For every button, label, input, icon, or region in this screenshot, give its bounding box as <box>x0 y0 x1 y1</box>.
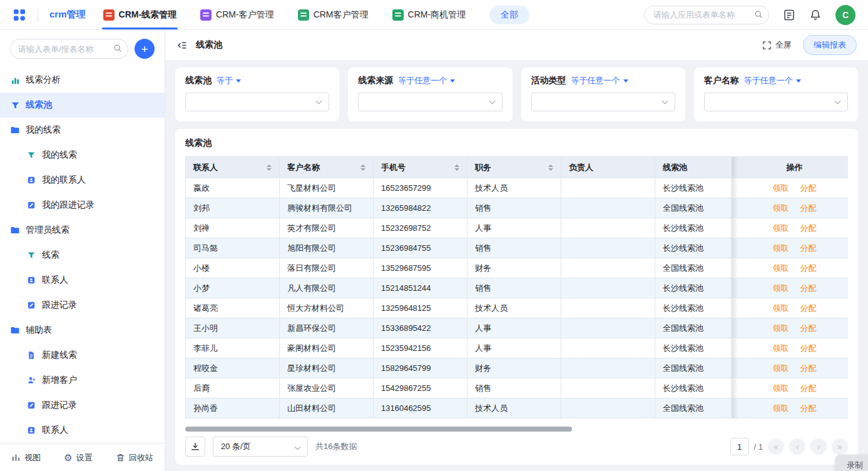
filter-operator[interactable]: 等于 <box>217 75 241 86</box>
recycle-bin-button[interactable]: 回收站 <box>116 452 153 463</box>
document-icon[interactable] <box>783 9 795 21</box>
filter-operator[interactable]: 等于任意一个 <box>744 75 801 86</box>
col-header-owner[interactable]: 负责人 <box>561 157 655 178</box>
sidebar-item-new-customer-form[interactable]: 新增客户 <box>0 368 165 393</box>
table-header-row: 联系人 客户名称 手机号 职务 负责人 线索池 操作 <box>186 157 849 178</box>
app-title[interactable]: crm管理 <box>49 9 86 21</box>
filter-value-select[interactable] <box>358 93 502 111</box>
claim-link[interactable]: 领取 <box>773 343 789 353</box>
tab-crm-customer-mgmt-2[interactable]: CRM客户管理 <box>298 0 369 29</box>
sidebar-item-contacts[interactable]: 联系人 <box>0 268 165 293</box>
assign-link[interactable]: 分配 <box>800 323 817 333</box>
sort-icon[interactable] <box>548 165 553 171</box>
table-row[interactable]: 孙尚香山田材料公司13160462595技术人员全国线索池 领取分配 <box>186 398 849 418</box>
table-row[interactable]: 王小明新昌环保公司15336895422人事全国线索池 领取分配 <box>186 318 849 338</box>
sidebar-item-my-contacts[interactable]: 我的联系人 <box>0 168 165 193</box>
col-header-phone[interactable]: 手机号 <box>374 157 467 178</box>
first-page-button[interactable]: « <box>768 438 784 455</box>
claim-link[interactable]: 领取 <box>773 263 789 273</box>
assign-link[interactable]: 分配 <box>800 383 817 393</box>
col-header-customer[interactable]: 客户名称 <box>280 157 374 178</box>
sidebar-item-leads[interactable]: 线索 <box>0 243 165 268</box>
sidebar-item-lead-pool[interactable]: 线索池 <box>0 93 165 118</box>
assign-link[interactable]: 分配 <box>800 243 817 253</box>
table-row[interactable]: 小楼落日有限公司13529687595财务全国线索池 领取分配 <box>186 258 849 278</box>
assign-link[interactable]: 分配 <box>800 343 817 353</box>
table-row[interactable]: 嬴政飞星材料公司16523657299技术人员长沙线索池 领取分配 <box>186 178 849 198</box>
filter-operator[interactable]: 等于任意一个 <box>398 75 455 86</box>
sidebar-folder-auxiliary-tables[interactable]: 辅助表 <box>0 318 165 343</box>
views-button[interactable]: 视图 <box>11 452 41 463</box>
col-header-position[interactable]: 职务 <box>467 157 561 178</box>
sidebar-item-contacts-aux[interactable]: 联系人 <box>0 418 165 443</box>
claim-link[interactable]: 领取 <box>773 363 789 373</box>
filter-value-select[interactable] <box>185 93 329 111</box>
table-row[interactable]: 刘邦腾骏材料有限公司13265984822销售全国线索池 领取分配 <box>186 198 849 218</box>
col-header-pool[interactable]: 线索池 <box>655 157 732 178</box>
assign-link[interactable]: 分配 <box>800 303 817 313</box>
tab-crm-opportunity-mgmt[interactable]: CRM-商机管理 <box>392 0 466 29</box>
sort-icon[interactable] <box>360 165 365 171</box>
export-button[interactable] <box>185 437 205 457</box>
table-row[interactable]: 李菲儿豪阁材料公司15235942156人事长沙线索池 领取分配 <box>186 338 849 358</box>
sidebar-item-my-followup-records[interactable]: 我的跟进记录 <box>0 193 165 218</box>
tab-crm-lead-mgmt[interactable]: CRM-线索管理 <box>103 0 177 29</box>
table-row[interactable]: 小梦凡人有限公司15214851244销售长沙线索池 领取分配 <box>186 278 849 298</box>
table-row[interactable]: 司马懿旭阳有限公司15236984755销售长沙线索池 领取分配 <box>186 238 849 258</box>
notification-bell-icon[interactable] <box>809 9 822 21</box>
last-page-button[interactable]: » <box>832 438 848 455</box>
claim-link[interactable]: 领取 <box>773 403 789 413</box>
corner-badge[interactable]: 录制 <box>835 455 868 471</box>
assign-link[interactable]: 分配 <box>800 263 817 273</box>
sidebar-folder-admin-leads[interactable]: 管理员线索 <box>0 218 165 243</box>
prev-page-button[interactable]: ‹ <box>789 438 805 455</box>
collapse-sidebar-icon[interactable] <box>176 40 187 51</box>
claim-link[interactable]: 领取 <box>773 323 789 333</box>
claim-link[interactable]: 领取 <box>773 183 789 193</box>
table-row[interactable]: 诸葛亮恒大方材料公司13259648125技术人员长沙线索池 领取分配 <box>186 298 849 318</box>
filter-operator[interactable]: 等于任意一个 <box>571 75 628 86</box>
filter-value-select[interactable] <box>531 93 675 111</box>
horizontal-scrollbar-thumb[interactable] <box>185 427 572 432</box>
claim-link[interactable]: 领取 <box>773 283 789 293</box>
sort-icon[interactable] <box>454 165 459 171</box>
page-size-select[interactable]: 20 条/页 <box>213 437 308 457</box>
assign-link[interactable]: 分配 <box>800 203 817 213</box>
table-row[interactable]: 程咬金星珍材料公司15829645799财务全国线索池 领取分配 <box>186 358 849 378</box>
global-search-input[interactable] <box>644 6 769 24</box>
user-avatar[interactable]: C <box>835 5 855 25</box>
table-row[interactable]: 刘禅英才有限公司15232698752人事长沙线索池 领取分配 <box>186 218 849 238</box>
current-page-input[interactable]: 1 <box>730 438 749 455</box>
table-row[interactable]: 后裔张屋农业公司15429867255销售长沙线索池 领取分配 <box>186 378 849 398</box>
col-header-contact[interactable]: 联系人 <box>186 157 280 178</box>
tab-crm-customer-mgmt[interactable]: CRM-客户管理 <box>200 0 274 29</box>
filter-customer-name: 客户名称 等于任意一个 <box>694 68 858 121</box>
sidebar-item-lead-analysis[interactable]: 线索分析 <box>0 68 165 93</box>
claim-link[interactable]: 领取 <box>773 243 789 253</box>
assign-link[interactable]: 分配 <box>800 223 817 233</box>
sidebar-item-new-lead-form[interactable]: 新建线索 <box>0 343 165 368</box>
edit-report-button[interactable]: 编辑报表 <box>803 35 857 55</box>
fullscreen-button[interactable]: 全屏 <box>762 39 792 51</box>
add-form-button[interactable]: + <box>135 39 155 59</box>
filter-value-select[interactable] <box>704 93 848 111</box>
claim-link[interactable]: 领取 <box>773 383 789 393</box>
claim-link[interactable]: 领取 <box>773 223 789 233</box>
dashboard-body: 线索池 等于 线索来源 等于任意一个 活动类 <box>165 60 868 471</box>
settings-button[interactable]: ⚙ 设置 <box>64 452 92 463</box>
claim-link[interactable]: 领取 <box>773 203 789 213</box>
assign-link[interactable]: 分配 <box>800 363 817 373</box>
sort-icon[interactable] <box>267 165 272 171</box>
assign-link[interactable]: 分配 <box>800 283 817 293</box>
sidebar-item-my-leads[interactable]: 我的线索 <box>0 143 165 168</box>
assign-link[interactable]: 分配 <box>800 403 817 413</box>
all-apps-button[interactable]: 全部 <box>489 6 529 24</box>
form-search-input[interactable] <box>10 39 128 59</box>
assign-link[interactable]: 分配 <box>800 183 817 193</box>
claim-link[interactable]: 领取 <box>773 303 789 313</box>
sidebar-item-followup-records-aux[interactable]: 跟进记录 <box>0 393 165 418</box>
next-page-button[interactable]: › <box>810 438 827 455</box>
app-grid-logo-icon[interactable] <box>13 8 26 22</box>
sidebar-item-followup-records[interactable]: 跟进记录 <box>0 293 165 318</box>
sidebar-folder-my-leads[interactable]: 我的线索 <box>0 118 165 143</box>
